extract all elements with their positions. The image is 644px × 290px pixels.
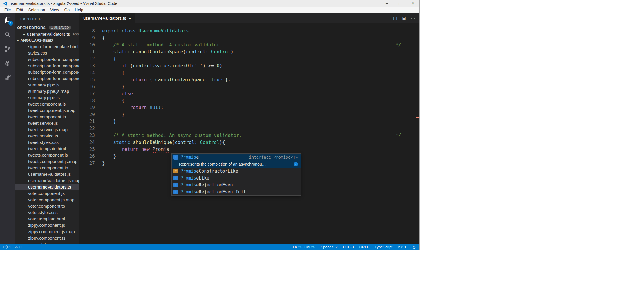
file-item-tweet.template.html[interactable]: tweet.template.html [15,146,79,152]
file-item-subscription-form.compone...[interactable]: subscription-form.compone... [15,56,79,63]
suggestion-promiserejectioneventinit[interactable]: IPromiseRejectionEventInit [172,188,301,195]
code-line-22[interactable]: 22 [79,125,419,132]
activity-search[interactable] [0,27,15,42]
file-item-tweets.component.js[interactable]: tweets.component.js [15,152,79,158]
code-text: } [95,83,124,90]
file-item-zippy.component.js[interactable]: zippy.component.js [15,222,79,229]
status-errors[interactable]: ✕1 [3,245,11,249]
file-item-usernameValidators.js[interactable]: usernameValidators.js [15,171,79,177]
status-ts-version[interactable]: 2.2.1 [398,245,406,249]
file-item-voter.component.ts[interactable]: voter.component.ts [15,203,79,209]
feedback-smiley-icon[interactable]: ☺ [412,244,416,249]
code-line-18[interactable]: 18 { [79,97,419,104]
code-line-17[interactable]: 17 else [79,90,419,97]
file-item-tweet.service.ts[interactable]: tweet.service.ts [15,133,79,139]
status-right: Ln 25, Col 25Spaces: 2UTF-8CRLFTypeScrip… [293,244,416,249]
menu-go[interactable]: Go [61,8,72,12]
line-number: 15 [79,76,95,83]
open-editor-folder: app [73,32,79,36]
file-item-zippy.component.js.map[interactable]: zippy.component.js.map [15,229,79,235]
file-item-subscription-form.compone...[interactable]: subscription-form.compone... [15,75,79,82]
file-item-summary.pipe.ts[interactable]: summary.pipe.ts [15,95,79,101]
menu-file[interactable]: File [2,8,14,12]
line-number: 10 [79,41,95,48]
code-line-9[interactable]: 9{ [79,35,419,41]
file-item-voter.component.js.map[interactable]: voter.component.js.map [15,197,79,203]
status-indentation[interactable]: Spaces: 2 [321,245,338,249]
status-left: ✕1⚠0 [3,245,21,249]
status-bar: ✕1⚠0 Ln 25, Col 25Spaces: 2UTF-8CRLFType… [0,244,419,250]
split-editor-icon[interactable]: ◫ [393,16,397,21]
close-button[interactable]: ✕ [406,0,419,7]
file-item-voter.styles.css[interactable]: voter.styles.css [15,209,79,216]
code-line-14[interactable]: 14 { [79,69,419,76]
file-item-voter.template.html[interactable]: voter.template.html [15,216,79,222]
code-line-23[interactable]: 23 /* A static method. An async custom v… [79,132,419,139]
code-line-20[interactable]: 20 } [79,111,419,118]
status-language-mode[interactable]: TypeScript [375,245,392,249]
code-line-12[interactable]: 12 { [79,55,419,62]
folder-section-header[interactable]: ▾ ANGULAR2-SEED [15,37,79,44]
suggestion-promiserejectionevent[interactable]: IPromiseRejectionEvent [172,182,301,188]
line-number: 22 [79,125,95,132]
activity-debug[interactable] [0,56,15,71]
code-line-19[interactable]: 19 return null; [79,104,419,111]
file-item-summary.pipe.js.map[interactable]: summary.pipe.js.map [15,88,79,95]
code-text: return { cannotContainSpace: true }; [95,76,231,83]
code-line-16[interactable]: 16 } [79,83,419,90]
menu-view[interactable]: View [48,8,61,12]
code-line-8[interactable]: 8export class UsernameValidators [79,28,419,35]
activity-explorer[interactable]: 1 [0,13,15,27]
file-item-zippy.styles.css[interactable]: zippy.styles.css [15,241,79,244]
code-editor[interactable]: 8export class UsernameValidators9{10 /* … [79,23,419,244]
menu-help[interactable]: Help [72,8,86,12]
editor-layout-icon[interactable]: ⊞ [402,16,406,21]
code-text: if (control.value.indexOf(' ') >= 0) [95,62,222,69]
open-editors-header[interactable]: OPEN EDITORS 1 UNSAVED [15,24,79,31]
more-actions-icon[interactable]: ··· [411,16,415,21]
suggestion-promiseconstructorlike[interactable]: TPromiseConstructorLike [172,168,301,175]
file-item-subscription-form.compone...[interactable]: subscription-form.compone... [15,69,79,75]
line-number: 16 [79,83,95,90]
tab-usernamevalidators[interactable]: usernameValidators.ts ● [79,13,135,23]
file-item-tweet.service.js.map[interactable]: tweet.service.js.map [15,126,79,133]
file-item-tweet.component.js[interactable]: tweet.component.js [15,101,79,107]
file-item-subscription-form.compone...[interactable]: subscription-form.compone... [15,63,79,69]
code-line-10[interactable]: 10 /* A static method. A custom validato… [79,41,419,48]
suggestion-promiselike[interactable]: IPromiseLike [172,175,301,182]
file-item-tweet.service.js[interactable]: tweet.service.js [15,120,79,126]
intellisense-popup: IPromiseinterface Promise<T>Represents t… [171,153,301,196]
file-item-usernameValidators.ts[interactable]: usernameValidators.ts [15,184,79,190]
status-cursor-position[interactable]: Ln 25, Col 25 [293,245,315,249]
explorer-title: EXPLORER [15,13,79,24]
activity-extensions[interactable] [0,71,15,85]
file-item-tweet.component.js.map[interactable]: tweet.component.js.map [15,107,79,114]
suggestion-doc[interactable]: Represents the completion of an asynchro… [172,161,301,168]
minimize-button[interactable]: ─ [380,0,393,7]
file-item-tweet.component.ts[interactable]: tweet.component.ts [15,114,79,120]
line-number: 13 [79,62,95,69]
status-eol[interactable]: CRLF [359,245,369,249]
activity-source-control[interactable] [0,42,15,56]
code-line-21[interactable]: 21 } [79,118,419,125]
open-editor-item[interactable]: ● usernameValidators.ts app [15,31,79,37]
file-item-signup-form.template.html[interactable]: signup-form.template.html [15,44,79,50]
file-item-usernameValidators.js.map[interactable]: usernameValidators.js.map [15,177,79,184]
code-line-24[interactable]: 24 static shouldBeUnique(control: Contro… [79,139,419,146]
suggestion-promise[interactable]: IPromiseinterface Promise<T> [172,154,301,161]
file-item-voter.component.js[interactable]: voter.component.js [15,190,79,197]
maximize-button[interactable]: ◻ [393,0,406,7]
code-line-11[interactable]: 11 static cannotContainSpace(control: Co… [79,48,419,55]
code-line-13[interactable]: 13 if (control.value.indexOf(' ') >= 0) [79,62,419,69]
file-item-tweets.component.js.map[interactable]: tweets.component.js.map [15,158,79,165]
status-warnings[interactable]: ⚠0 [15,245,21,249]
menu-edit[interactable]: Edit [14,8,26,12]
file-item-tweets.component.ts[interactable]: tweets.component.ts [15,165,79,171]
menu-selection[interactable]: Selection [26,8,48,12]
file-item-summary.pipe.js[interactable]: summary.pipe.js [15,82,79,88]
status-encoding[interactable]: UTF-8 [343,245,354,249]
file-item-tweet.styles.css[interactable]: tweet.styles.css [15,139,79,146]
file-item-styles.css[interactable]: styles.css [15,50,79,56]
file-item-zippy.component.ts[interactable]: zippy.component.ts [15,235,79,241]
code-line-15[interactable]: 15 return { cannotContainSpace: true }; [79,76,419,83]
